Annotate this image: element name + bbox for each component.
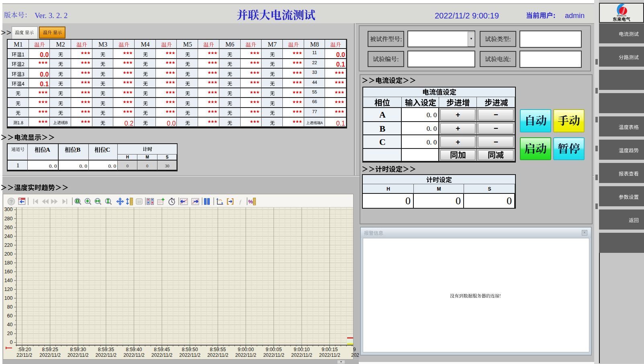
svg-text:?: ?	[10, 199, 13, 205]
svg-text:ƒ: ƒ	[239, 198, 242, 205]
svg-text:%: %	[248, 199, 253, 205]
svg-text:10: 10	[137, 200, 141, 204]
